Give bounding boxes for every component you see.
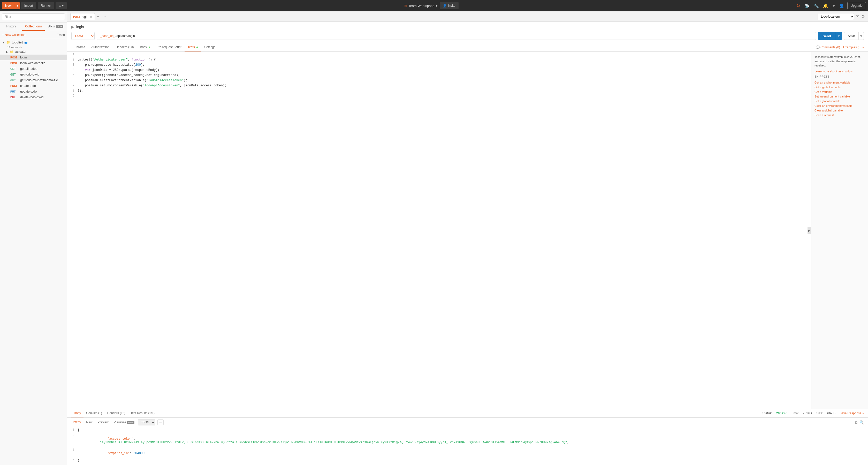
comments-button[interactable]: 💬 Comments (0) [816, 46, 840, 49]
response-area: Body Cookies (1) Headers (12) Test Resul… [67, 409, 868, 465]
sidebar-item-login-with-data-file[interactable]: POST login-with-data-file [0, 60, 67, 66]
format-tab-raw[interactable]: Raw [85, 420, 94, 425]
req-tab-settings[interactable]: Settings [201, 43, 218, 52]
gear-icon-button[interactable]: ⚙ [861, 14, 865, 19]
sidebar-item-get-todo-by-id[interactable]: GET get-todo-by-id [0, 71, 67, 77]
examples-button[interactable]: Examples (0) ▾ [843, 46, 864, 49]
send-dropdown-button[interactable]: ▾ [836, 32, 842, 40]
main-layout: History Collections APIs BETA + New Coll… [0, 11, 868, 465]
request-name-update: update-todo [20, 90, 37, 93]
req-tab-body[interactable]: Body [137, 43, 153, 52]
environment-select[interactable]: todo-local-env No Environment [817, 13, 854, 20]
code-editor[interactable]: 1 2 pm.test("Authenticate user", functio… [67, 52, 811, 409]
topbar: New ▾ Import Runner ⊞ ▾ ⊞ Team Workspace… [0, 0, 868, 11]
invite-icon: 👤 [443, 4, 447, 7]
save-dropdown-button[interactable]: ▾ [859, 32, 864, 40]
code-line-8: 8 }); [67, 89, 811, 94]
tab-more-button[interactable]: ··· [101, 13, 107, 20]
request-name-login-data: login-with-data-file [20, 61, 45, 65]
invite-button[interactable]: 👤 Invite [440, 2, 459, 9]
layout-button[interactable]: ⊞ ▾ [56, 2, 67, 9]
sidebar-item-create-todo[interactable]: POST create-todo [0, 83, 67, 89]
new-collection-button[interactable]: + New Collection [2, 33, 25, 37]
save-button[interactable]: Save [844, 32, 859, 40]
workspace-name: Team Workspace [408, 4, 434, 8]
body-dot-indicator [149, 47, 150, 48]
new-button-main[interactable]: New [2, 4, 15, 7]
collection-folder-icon: 📁 [6, 40, 10, 44]
snippet-set-global-var[interactable]: Set a global variable [814, 99, 840, 104]
sidebar-item-get-all-todos[interactable]: GET get-all-todos [0, 66, 67, 71]
wrench-icon-button[interactable]: 🔧 [813, 2, 820, 9]
visualize-beta-badge: BETA [127, 421, 134, 424]
user-icon-button[interactable]: 👤 [838, 2, 845, 9]
res-tab-headers[interactable]: Headers (12) [105, 409, 128, 417]
req-tab-authorization[interactable]: Authorization [88, 43, 113, 52]
res-tab-test-results[interactable]: Test Results (1/1) [128, 409, 157, 417]
sidebar-filter-input[interactable] [2, 13, 65, 20]
antenna-icon-button[interactable]: 📡 [803, 2, 811, 9]
sidebar-tab-history[interactable]: History [0, 23, 22, 31]
heart-icon-button[interactable]: ♥ [831, 2, 836, 9]
snippet-clear-global-var[interactable]: Clear a global variable [814, 108, 843, 113]
tab-close-button[interactable]: ✕ [90, 16, 92, 18]
new-button-arrow[interactable]: ▾ [15, 4, 20, 7]
team-icon: 👥 [24, 41, 27, 44]
url-input-display[interactable]: {{base_url}}/api/auth/login [97, 32, 816, 40]
format-tab-pretty[interactable]: Pretty [71, 419, 83, 425]
snippet-set-env-var[interactable]: Set an environment variable [814, 94, 850, 99]
res-line-4: 4 } [67, 459, 868, 464]
method-badge-post-3: POST [10, 85, 19, 87]
env-selector-area: todo-local-env No Environment 👁 ⚙ [817, 13, 865, 20]
format-tab-visualize[interactable]: Visualize BETA [112, 420, 136, 425]
save-response-button[interactable]: Save Response ▾ [840, 411, 864, 415]
wrap-response-button[interactable]: ⇌ [157, 419, 164, 425]
snippet-get-global-var[interactable]: Get a global variable [814, 85, 841, 89]
sidebar-item-get-todo-by-id-with-data[interactable]: GET get-todo-by-id-with-data-file [0, 77, 67, 83]
runner-button[interactable]: Runner [38, 2, 54, 9]
bell-icon-button[interactable]: 🔔 [822, 2, 829, 9]
req-tab-pre-request[interactable]: Pre-request Script [153, 43, 185, 52]
upgrade-button[interactable]: Upgrade [847, 2, 866, 9]
sidebar-tab-collections[interactable]: Collections [22, 23, 44, 31]
req-tab-params[interactable]: Params [71, 43, 88, 52]
sidebar-search-area [0, 11, 67, 23]
response-format-type-select[interactable]: JSON XML HTML [138, 419, 155, 426]
sidebar-content: ▼ 📁 todolist 👥 11 requests ▶ 📁 actuator … [0, 39, 67, 465]
import-button[interactable]: Import [21, 2, 36, 9]
method-select[interactable]: POST GET PUT DELETE [71, 32, 95, 40]
learn-more-link[interactable]: Learn more about tests scripts [814, 70, 853, 73]
workspace-button[interactable]: ⊞ Team Workspace ▾ [404, 4, 438, 8]
tab-add-button[interactable]: + [96, 13, 100, 20]
snippet-clear-env-var[interactable]: Clear an environment variable [814, 104, 852, 108]
snippet-get-env-var[interactable]: Get an environment variable [814, 80, 850, 85]
trash-button[interactable]: Trash [57, 33, 65, 37]
res-tab-body[interactable]: Body [71, 409, 84, 417]
format-tab-preview[interactable]: Preview [96, 420, 110, 425]
sidebar-item-delete-todo[interactable]: DEL delete-todo-by-id [0, 94, 67, 100]
search-response-button[interactable]: 🔍 [860, 420, 864, 425]
code-line-2: 2 pm.test("Authenticate user", function … [67, 58, 811, 63]
snippet-send-request[interactable]: Send a request [814, 113, 834, 117]
req-tab-headers[interactable]: Headers (10) [113, 43, 137, 52]
new-button[interactable]: New ▾ [2, 2, 20, 9]
request-tab-login[interactable]: POST login ✕ [70, 13, 95, 20]
collection-item-todolist[interactable]: ▼ 📁 todolist 👥 [0, 39, 67, 46]
copy-response-button[interactable]: ⧉ [855, 420, 858, 425]
send-button[interactable]: Send [818, 32, 836, 40]
snippet-get-var[interactable]: Get a variable [814, 89, 832, 94]
sidebar-tab-apis[interactable]: APIs BETA [45, 23, 67, 31]
request-name-delete: delete-todo-by-id [20, 95, 43, 99]
title-caret-icon[interactable]: ▶ [71, 25, 74, 29]
req-tab-tests[interactable]: Tests [185, 43, 201, 52]
res-tab-cookies[interactable]: Cookies (1) [84, 409, 104, 417]
eye-icon-button[interactable]: 👁 [856, 14, 860, 19]
collection-caret-icon: ▼ [2, 41, 5, 44]
code-line-6: 6 postman.clearEnvironmentVariable("Todo… [67, 79, 811, 84]
sidebar-item-update-todo[interactable]: PUT update-todo [0, 89, 67, 94]
code-line-3: 3 pm.response.to.have.status(200); [67, 63, 811, 68]
actuator-folder[interactable]: ▶ 📁 actuator [0, 49, 67, 55]
workspace-chevron-icon: ▾ [436, 4, 438, 8]
sidebar-item-login[interactable]: POST login [0, 55, 67, 60]
sync-button[interactable]: ↻ [795, 2, 801, 9]
